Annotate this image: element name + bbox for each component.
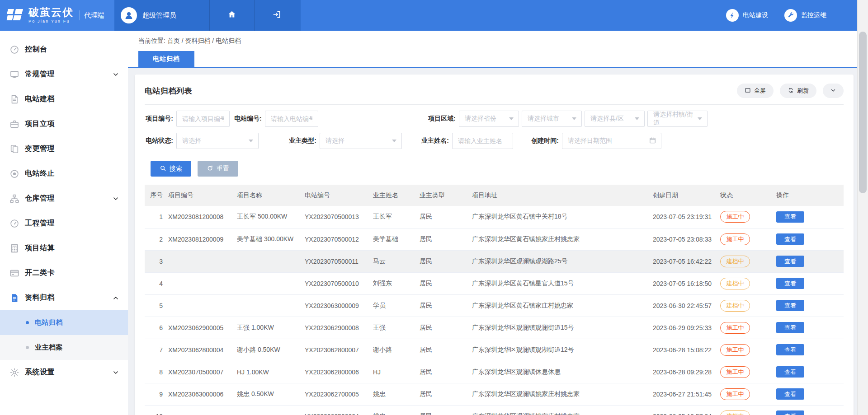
refresh-button[interactable]: 刷新 [780,84,816,98]
region-select-2[interactable]: 请选择县/区 [585,111,645,127]
dropdown-arrow-icon [249,140,253,142]
sidebar-item[interactable]: 控制台 [0,37,128,62]
page-scrollbar[interactable] [857,0,868,415]
cell-station-no: YX2023070500010 [305,272,373,294]
home-icon [227,10,236,21]
cell-action: 查看 [776,228,844,250]
fullscreen-button[interactable]: 全屏 [737,84,774,98]
cell-no: 4 [145,272,168,294]
cell-no: 3 [145,250,168,272]
sidebar-item[interactable]: 开二类卡 [0,261,128,285]
view-button[interactable]: 查看 [776,256,804,267]
cell-project-no: XM2023063000006 [168,383,237,405]
sidebar-item[interactable]: 仓库管理 [0,186,128,211]
status-badge: 施工中 [720,344,750,356]
dropdown-arrow-icon [572,117,576,120]
cell-owner-type: 居民 [420,272,472,294]
column-header: 创建日期 [653,185,720,206]
scrollbar-thumb[interactable] [859,32,867,193]
status-badge: 施工中 [720,211,750,223]
header-user-section: 超级管理员 [114,0,301,31]
divider [80,10,80,20]
region-select-1[interactable]: 请选择城市 [522,111,582,127]
stop-circle-icon [9,168,20,179]
cell-owner-type: 居民 [420,294,472,317]
date-placeholder: 请选择日期范围 [568,137,612,145]
user-menu[interactable]: 超级管理员 [114,0,209,31]
view-button[interactable]: 查看 [776,344,804,355]
cell-address: 广东深圳龙华区黄石镇中关村18号 [472,206,653,228]
view-button[interactable]: 查看 [776,388,804,400]
cell-action: 查看 [776,339,844,361]
cell-address: 广东深圳龙华区黄石镇家庄村姚忠家 [472,294,653,317]
main-content: 当前位置: 首页 / 资料归档 / 电站归档 电站归档 电站归档列表 全屏 刷新 [128,31,857,415]
cell-project-name [237,405,305,415]
station-no-input[interactable] [265,111,318,127]
view-button[interactable]: 查看 [776,233,804,245]
sidebar-item[interactable]: 常规管理 [0,62,128,87]
sidebar-item[interactable]: 项目结算 [0,236,128,261]
view-button[interactable]: 查看 [776,366,804,378]
sidebar-item[interactable]: 资料归档 [0,285,128,310]
logout-button[interactable] [255,0,299,31]
sidebar-item[interactable]: 系统设置 [0,360,128,385]
sidebar-item[interactable]: 项目立项 [0,112,128,136]
sidebar-subitem[interactable]: 电站归档 [0,310,128,335]
create-time-range-input[interactable]: 请选择日期范围 [562,133,661,149]
sidebar-item[interactable]: 电站建档 [0,87,128,112]
cell-no: 5 [145,294,168,317]
copy-icon [9,144,20,154]
reset-label: 重置 [217,165,229,173]
cell-status: 建档中 [720,250,776,272]
cell-station-no: YX2023062500004 [305,405,373,415]
cell-project-no: XM2023081200008 [168,206,237,228]
sidebar-item-label: 资料归档 [25,293,113,303]
cell-project-no [168,250,237,272]
filter-row-1: 项目编号: 电站编号: 项目区域: 请选择省份 请选择城市 请选择县/区 请选择… [145,111,844,127]
reset-button[interactable]: 重置 [198,161,238,177]
header-nav-wrench[interactable]: 监控运维 [784,9,826,22]
view-button[interactable]: 查看 [776,322,804,333]
cell-action: 查看 [776,206,844,228]
search-button[interactable]: 搜索 [151,161,191,177]
table-row: 4 YX2023070500010 刘强东 居民 广东深圳龙华区黄石镇星官大道1… [145,272,844,294]
owner-name-input[interactable] [452,133,513,149]
view-button[interactable]: 查看 [776,278,804,289]
tab-station-archive[interactable]: 电站归档 [138,51,194,67]
sidebar-item-label: 项目结算 [25,243,119,253]
region-select-0[interactable]: 请选择省份 [459,111,519,127]
cell-status: 施工中 [720,206,776,228]
header-nav-bolt[interactable]: 电站建设 [726,9,768,22]
region-select-3[interactable]: 请选择村镇/街道 [647,111,708,127]
cell-address: 广东深圳龙华区黄石镇星官大道15号 [472,272,653,294]
cell-project-name: HJ 1.00KW [237,361,305,383]
view-button[interactable]: 查看 [776,410,804,415]
cell-no: 7 [145,339,168,361]
divider [145,104,844,105]
table-row: 8 XM2023070500007 HJ 1.00KW YX2023062800… [145,361,844,383]
owner-type-select[interactable]: 请选择 [320,133,402,149]
cell-date: 2023-06-28 09:29:28 [653,361,720,383]
owner-name-label: 业主姓名: [420,137,449,145]
cell-action: 查看 [776,250,844,272]
view-button[interactable]: 查看 [776,300,804,311]
view-button[interactable]: 查看 [776,211,804,223]
column-header: 项目地址 [472,185,653,206]
table-row: 3 YX2023070500011 马云 居民 广东深圳龙华区观澜镇观湖路25号… [145,250,844,272]
sidebar-item[interactable]: 变更管理 [0,136,128,161]
sidebar-subitem[interactable]: 业主档案 [0,335,128,360]
project-no-input[interactable] [176,111,230,127]
cell-action: 查看 [776,317,844,339]
station-status-select[interactable]: 请选择 [176,133,259,149]
cell-action: 查看 [776,405,844,415]
home-button[interactable] [210,0,254,31]
page-body: 电站归档列表 全屏 刷新 [128,68,857,415]
sidebar-item[interactable]: 电站终止 [0,161,128,186]
cell-no: 10 [145,405,168,415]
status-badge: 建档中 [720,300,750,312]
sidebar-item[interactable]: 工程管理 [0,211,128,236]
collapse-button[interactable] [823,84,844,98]
filter-row-2: 电站状态: 请选择 业主类型: 请选择 业主姓名: 创建时间: 请选择日期范围 [145,133,844,149]
status-badge: 施工中 [720,366,750,378]
cell-date: 2023-06-25 10:57:04 [653,405,720,415]
